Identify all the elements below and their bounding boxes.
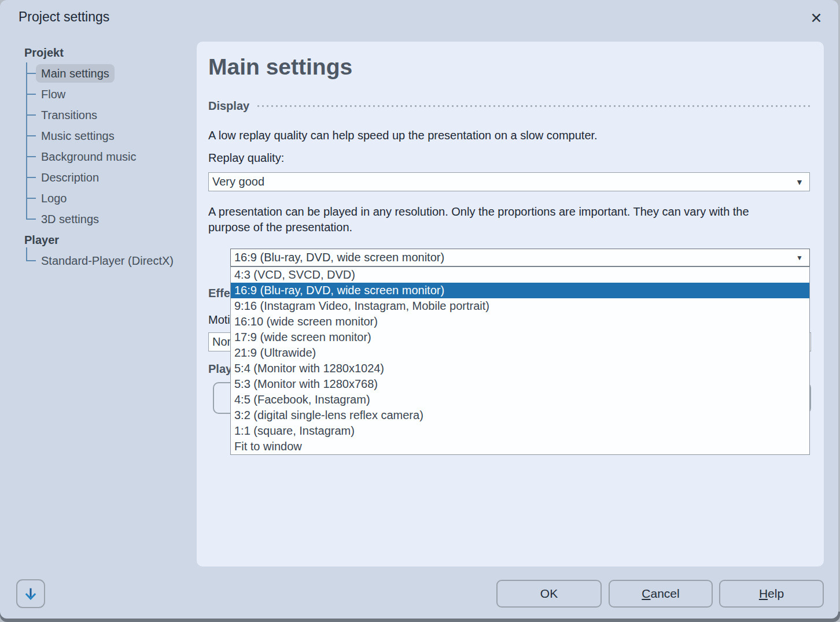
aspect-option-fit-to-window[interactable]: Fit to window [231,439,809,454]
sidebar-item-standard-player[interactable]: Standard-Player (DirectX) [36,251,179,270]
replay-quality-hint: A low replay quality can help speed up t… [208,128,810,143]
aspect-option-21-9[interactable]: 21:9 (Ultrawide) [231,345,809,361]
aspect-option-16-9[interactable]: 16:9 (Blu-ray, DVD, wide screen monitor) [231,283,809,298]
aspect-option-17-9[interactable]: 17:9 (wide screen monitor) [231,329,809,345]
project-settings-dialog: Project settings ✕ Projekt Main settings… [0,0,838,619]
sidebar-item-music-settings[interactable]: Music settings [36,127,120,145]
sidebar-item-main-settings[interactable]: Main settings [36,64,115,83]
section-divider [257,105,812,107]
aspect-ratio-value: 16:9 (Blu-ray, DVD, wide screen monitor) [231,251,790,264]
scroll-down-button[interactable] [16,579,45,608]
cancel-button-label: ancel [650,587,679,600]
chevron-down-icon: ▼ [790,254,809,262]
sidebar-item-flow[interactable]: Flow [36,85,71,103]
tree-line [26,62,27,220]
down-arrow-icon [23,586,39,602]
aspect-option-3-2[interactable]: 3:2 (digital single-lens reflex camera) [231,408,809,423]
aspect-option-1-1[interactable]: 1:1 (square, Instagram) [231,423,809,439]
aspect-ratio-select[interactable]: 16:9 (Blu-ray, DVD, wide screen monitor)… [230,249,810,266]
sidebar-item-background-music[interactable]: Background music [36,147,142,166]
playback-section-label: Play [208,362,232,376]
sidebar-item-description[interactable]: Description [36,168,104,187]
main-settings-panel: Main settings Display A low replay quali… [197,42,824,567]
aspect-option-16-10[interactable]: 16:10 (wide screen monitor) [231,314,809,329]
close-icon[interactable]: ✕ [806,8,826,28]
aspect-option-5-4[interactable]: 5:4 (Monitor with 1280x1024) [231,361,809,376]
display-section-header: Display [208,99,812,113]
help-button-label: elp [768,587,784,600]
sidebar-section-projekt: Projekt [24,44,64,61]
cancel-button-accesskey: C [642,587,650,600]
sidebar-item-transitions[interactable]: Transitions [36,106,102,124]
aspect-option-5-3[interactable]: 5:3 (Monitor with 1280x768) [231,376,809,392]
replay-quality-select[interactable]: Very good ▼ [208,172,810,191]
cancel-button[interactable]: Cancel [609,580,713,608]
aspect-ratio-dropdown-list: 4:3 (VCD, SVCD, DVD) 16:9 (Blu-ray, DVD,… [230,266,810,455]
sidebar-item-3d-settings[interactable]: 3D settings [36,210,104,228]
help-button-accesskey: H [759,587,768,600]
tree-line [26,247,27,261]
resolution-hint: A presentation can be played in any reso… [208,204,791,235]
chevron-down-icon: ▼ [790,177,809,187]
help-button[interactable]: Help [719,580,824,608]
display-section-label: Display [208,99,249,113]
aspect-option-4-3[interactable]: 4:3 (VCD, SVCD, DVD) [231,267,809,283]
ok-button-label: OK [540,587,558,600]
aspect-option-9-16[interactable]: 9:16 (Instagram Video, Instagram, Mobile… [231,298,809,314]
sidebar-section-player: Player [24,231,59,249]
sidebar-item-logo[interactable]: Logo [36,189,72,208]
motion-label: Moti [208,313,230,327]
replay-quality-value: Very good [209,175,790,188]
ok-button[interactable]: OK [496,580,602,608]
page-title: Main settings [208,54,352,80]
window-title: Project settings [19,9,109,25]
effects-section-label: Effe [208,287,230,300]
aspect-option-4-5[interactable]: 4:5 (Facebook, Instagram) [231,392,809,408]
replay-quality-label: Replay quality: [208,151,284,165]
